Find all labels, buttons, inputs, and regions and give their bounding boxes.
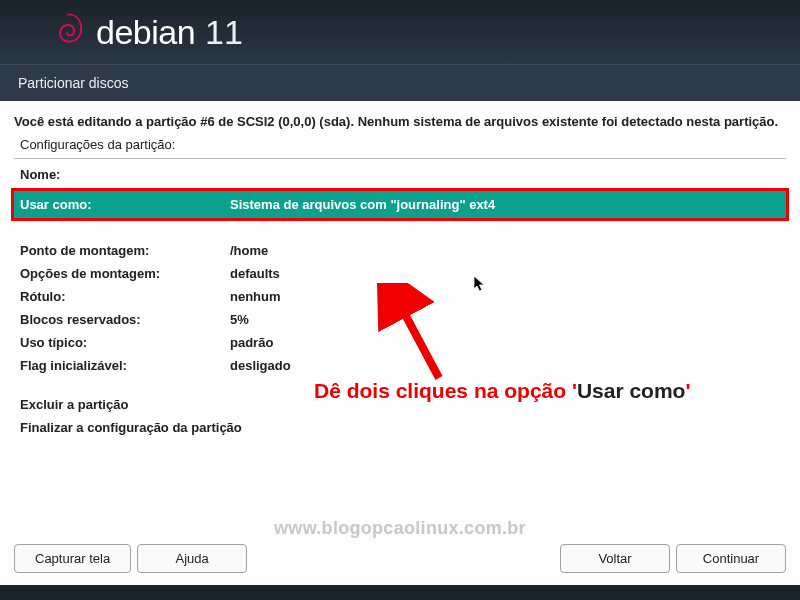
help-button[interactable]: Ajuda bbox=[137, 544, 247, 573]
row-bootable-flag-value: desligado bbox=[230, 358, 780, 373]
row-typical-usage-value: padrão bbox=[230, 335, 780, 350]
settings-subheading: Configurações da partição: bbox=[20, 137, 786, 152]
row-bootable-flag-label: Flag inicializável: bbox=[20, 358, 230, 373]
row-name[interactable]: Nome: bbox=[14, 163, 786, 186]
row-done-label: Finalizar a configuração da partição bbox=[20, 420, 242, 435]
row-use-as-label: Usar como: bbox=[20, 197, 230, 212]
debian-swirl-icon bbox=[50, 10, 86, 54]
row-done-setting-up[interactable]: Finalizar a configuração da partição bbox=[14, 416, 786, 439]
brand-name: debian bbox=[96, 13, 195, 52]
continue-button[interactable]: Continuar bbox=[676, 544, 786, 573]
row-name-value bbox=[230, 167, 780, 182]
row-bootable-flag[interactable]: Flag inicializável: desligado bbox=[14, 354, 786, 377]
row-use-as[interactable]: Usar como: Sistema de arquivos com "jour… bbox=[11, 188, 789, 221]
row-delete-label: Excluir a partição bbox=[20, 397, 128, 412]
row-label-value: nenhum bbox=[230, 289, 780, 304]
page-title: Particionar discos bbox=[0, 65, 800, 101]
row-name-label: Nome: bbox=[20, 167, 230, 182]
row-use-as-value: Sistema de arquivos com "journaling" ext… bbox=[230, 197, 780, 212]
row-mount-options-label: Opções de montagem: bbox=[20, 266, 230, 281]
row-reserved-blocks-label: Blocos reservados: bbox=[20, 312, 230, 327]
brand-version: 11 bbox=[205, 13, 243, 52]
row-reserved-blocks-value: 5% bbox=[230, 312, 780, 327]
row-mount-options[interactable]: Opções de montagem: defaults bbox=[14, 262, 786, 285]
footer-buttons: Capturar tela Ajuda Voltar Continuar bbox=[14, 544, 786, 573]
row-label-label: Rótulo: bbox=[20, 289, 230, 304]
watermark: www.blogopcaolinux.com.br bbox=[0, 518, 800, 539]
row-label[interactable]: Rótulo: nenhum bbox=[14, 285, 786, 308]
divider bbox=[14, 158, 786, 159]
row-typical-usage-label: Uso típico: bbox=[20, 335, 230, 350]
content-area: Você está editando a partição #6 de SCSI… bbox=[0, 101, 800, 585]
row-mount-point-label: Ponto de montagem: bbox=[20, 243, 230, 258]
back-button[interactable]: Voltar bbox=[560, 544, 670, 573]
instruction-text: Você está editando a partição #6 de SCSI… bbox=[14, 113, 786, 131]
row-delete-partition[interactable]: Excluir a partição bbox=[14, 393, 786, 416]
row-reserved-blocks[interactable]: Blocos reservados: 5% bbox=[14, 308, 786, 331]
row-mount-point[interactable]: Ponto de montagem: /home bbox=[14, 239, 786, 262]
row-typical-usage[interactable]: Uso típico: padrão bbox=[14, 331, 786, 354]
installer-header: debian 11 bbox=[0, 0, 800, 65]
partition-settings-list: Nome: Usar como: Sistema de arquivos com… bbox=[14, 163, 786, 439]
screenshot-button[interactable]: Capturar tela bbox=[14, 544, 131, 573]
row-mount-options-value: defaults bbox=[230, 266, 780, 281]
row-mount-point-value: /home bbox=[230, 243, 780, 258]
